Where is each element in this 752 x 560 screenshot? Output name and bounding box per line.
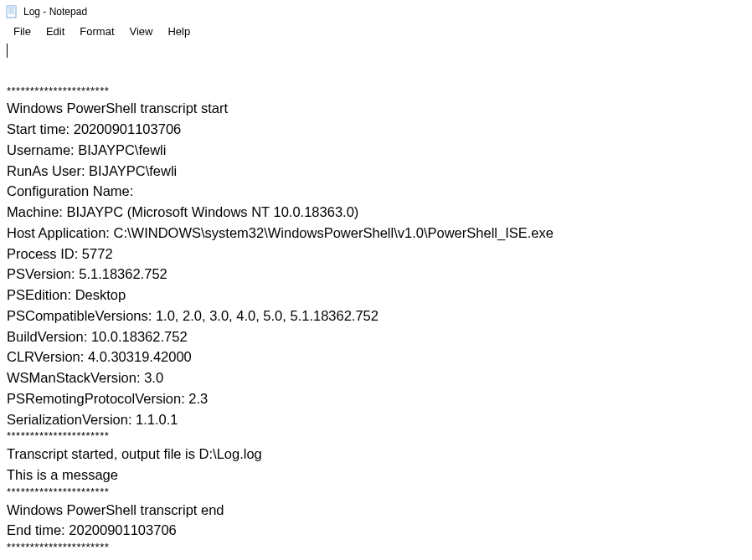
menu-format[interactable]: Format (73, 23, 121, 39)
text-content-area[interactable]: **********************Windows PowerShell… (0, 43, 752, 560)
menu-help[interactable]: Help (161, 23, 197, 39)
text-line: PSVersion: 5.1.18362.752 (7, 264, 745, 285)
text-line: Username: BIJAYPC\fewli (7, 140, 745, 161)
text-cursor (7, 44, 8, 58)
text-line: WSManStackVersion: 3.0 (7, 367, 745, 388)
menu-edit[interactable]: Edit (39, 23, 71, 39)
titlebar: Log - Notepad (0, 0, 752, 22)
window-title: Log - Notepad (23, 6, 87, 18)
text-line: This is a message (7, 465, 745, 486)
menubar: File Edit Format View Help (0, 22, 752, 43)
text-line: Transcript started, output file is D:\Lo… (7, 444, 745, 465)
text-line: SerializationVersion: 1.1.0.1 (7, 409, 745, 430)
text-line: Host Application: C:\WINDOWS\system32\Wi… (7, 223, 745, 244)
notepad-icon (5, 5, 18, 18)
text-line: Process ID: 5772 (7, 244, 745, 265)
text-line: ********************** (7, 429, 745, 444)
text-line: BuildVersion: 10.0.18362.752 (7, 326, 745, 347)
menu-file[interactable]: File (7, 23, 38, 39)
text-line: Windows PowerShell transcript end (7, 500, 745, 521)
text-line: Machine: BIJAYPC (Microsoft Windows NT 1… (7, 202, 745, 223)
text-line: ********************** (7, 486, 745, 500)
menu-view[interactable]: View (123, 23, 160, 39)
svg-rect-5 (7, 6, 16, 8)
text-line: Windows PowerShell transcript start (7, 98, 745, 119)
text-line: CLRVersion: 4.0.30319.42000 (7, 347, 745, 367)
text-line: End time: 20200901103706 (7, 520, 745, 541)
text-line: PSCompatibleVersions: 1.0, 2.0, 3.0, 4.0… (7, 306, 745, 326)
text-line: RunAs User: BIJAYPC\fewli (7, 161, 745, 182)
text-line: ********************** (7, 541, 745, 555)
text-line: PSEdition: Desktop (7, 285, 745, 306)
text-line: Start time: 20200901103706 (7, 119, 745, 140)
text-line: ********************** (7, 85, 745, 99)
text-line: Configuration Name: (7, 181, 745, 202)
text-line: PSRemotingProtocolVersion: 2.3 (7, 388, 745, 409)
